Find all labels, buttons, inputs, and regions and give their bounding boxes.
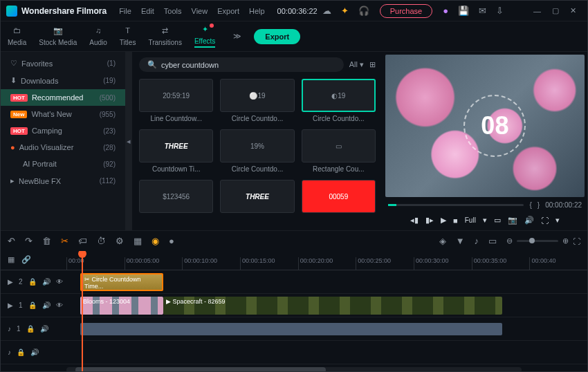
speed-icon[interactable]: ⏱	[97, 236, 106, 246]
lock-icon[interactable]: 🔒	[26, 325, 35, 333]
crop-icon[interactable]: ▦	[134, 236, 142, 246]
dot-icon: ●	[10, 143, 15, 151]
effect-card[interactable]: 19%Circle Countdo...	[220, 129, 294, 173]
display-icon[interactable]: ▭	[494, 216, 501, 225]
close-button[interactable]: ✕	[570, 6, 576, 15]
sidebar-item-newblue-fx[interactable]: ▸NewBlue FX(112)	[1, 172, 125, 189]
effect-card[interactable]: ⚪19Circle Countdo...	[220, 79, 294, 122]
grid-view-icon[interactable]: ⊞	[369, 60, 376, 69]
zoom-in-button[interactable]: ⊕	[562, 236, 569, 245]
more-icon[interactable]: ▾	[555, 216, 560, 225]
volume-icon[interactable]: 🔊	[524, 216, 534, 225]
effect-card[interactable]: ▭Rectangle Cou...	[302, 129, 376, 173]
settings-icon[interactable]: ⚙	[116, 236, 124, 246]
tick: 00:00:20:00	[298, 257, 356, 270]
menu-edit[interactable]: Edit	[141, 7, 154, 15]
eye-icon[interactable]: 👁	[56, 278, 63, 286]
preview-progress[interactable]	[388, 204, 524, 206]
download-icon[interactable]: ⇩	[496, 6, 504, 16]
tab-transitions[interactable]: ⇄Transitions	[148, 26, 182, 46]
color-icon[interactable]: ◉	[151, 236, 159, 246]
undo-button[interactable]: ↶	[8, 236, 15, 246]
lightbulb-icon[interactable]: ✦	[341, 6, 349, 16]
link-icon[interactable]: 🔗	[21, 255, 31, 264]
sidebar-item-downloads[interactable]: ⬇Downloads(19)	[1, 72, 125, 89]
snapshot-icon[interactable]: 📷	[508, 216, 517, 225]
zoom-slider[interactable]	[517, 240, 558, 242]
sidebar-item-ai-portrait[interactable]: AI Portrait(92)	[1, 156, 125, 172]
split-button[interactable]: ✂	[61, 236, 68, 246]
zoom-fit-button[interactable]: ⛶	[573, 237, 580, 245]
video-clip[interactable]: ▶ Spacecraft - 82659	[163, 297, 502, 315]
tab-stock-media[interactable]: 📷Stock Media	[39, 26, 77, 46]
cloud-icon[interactable]: ☁	[322, 6, 331, 16]
effect-card[interactable]: 00059	[302, 180, 376, 213]
eye-icon[interactable]: 👁	[56, 301, 63, 309]
effect-card[interactable]: $123456	[139, 180, 213, 213]
play-button[interactable]: ▶	[441, 216, 446, 225]
quality-dropdown[interactable]: Full	[465, 216, 476, 224]
minimize-button[interactable]: —	[533, 7, 541, 15]
effect-card[interactable]: ◐19Circle Countdo...	[302, 79, 376, 122]
menu-view[interactable]: View	[192, 7, 208, 15]
save-icon[interactable]: 💾	[458, 6, 469, 16]
collapse-sidebar-button[interactable]: ◂	[125, 52, 132, 230]
effect-card[interactable]: THREECountdown Ti...	[139, 129, 213, 173]
effect-clip[interactable]: ✂ Circle Countdown Time...	[80, 273, 163, 291]
sidebar-item-whats-new[interactable]: NewWhat's New(955)	[1, 106, 125, 122]
redo-button[interactable]: ↷	[25, 236, 33, 246]
mute-icon[interactable]: 🔊	[42, 301, 50, 309]
effect-card[interactable]: 20:59:19Line Countdow...	[139, 79, 213, 122]
mute-icon[interactable]: 🔊	[42, 278, 50, 286]
preview-viewport[interactable]: 08	[385, 55, 585, 197]
video-clip[interactable]: Blooms - 123004	[80, 297, 163, 315]
lock-icon[interactable]: 🔒	[17, 348, 25, 356]
mixer-icon[interactable]: ◈	[439, 236, 446, 246]
record-icon[interactable]: ●	[169, 236, 174, 246]
marker-tool-icon[interactable]: ▼	[456, 236, 465, 246]
sidebar-item-favorites[interactable]: ♡Favorites(1)	[1, 55, 125, 72]
zoom-out-button[interactable]: ⊖	[506, 236, 513, 245]
headphones-icon[interactable]: 🎧	[358, 6, 369, 16]
timeline-scrollbar[interactable]	[66, 367, 522, 372]
mail-icon[interactable]: ✉	[479, 6, 486, 16]
tab-media[interactable]: 🗀Media	[8, 26, 26, 46]
more-tabs-button[interactable]: ≫	[233, 32, 241, 41]
sidebar-item-audio-visualizer[interactable]: ●Audio Visualizer(28)	[1, 139, 125, 156]
effect-card[interactable]: THREE	[220, 180, 294, 213]
tab-titles[interactable]: TTitles	[120, 26, 136, 46]
sidebar-item-camping[interactable]: HOTCamping(23)	[1, 122, 125, 139]
audio-mixer-icon[interactable]: ♪	[475, 236, 479, 246]
menu-help[interactable]: Help	[249, 7, 265, 15]
timeline-ruler[interactable]: ▦ 🔗 00:00 00:00:05:00 00:00:10:00 00:00:…	[1, 251, 587, 270]
render-icon[interactable]: ▭	[488, 236, 497, 246]
sidebar-item-recommended[interactable]: HOTRecommended(500)	[1, 89, 125, 106]
prev-frame-button[interactable]: ◂▮	[410, 216, 419, 225]
tab-audio[interactable]: ♫Audio	[89, 26, 107, 46]
filter-dropdown[interactable]: All ▾	[349, 60, 364, 69]
stop-button[interactable]: ■	[453, 216, 458, 225]
mute-icon[interactable]: 🔊	[30, 348, 39, 356]
fullscreen-icon[interactable]: ⛶	[541, 216, 549, 225]
track-add-icon[interactable]: ▦	[8, 255, 15, 264]
delete-button[interactable]: 🗑	[42, 236, 51, 246]
search-input[interactable]	[161, 61, 336, 69]
lock-icon[interactable]: 🔒	[28, 301, 37, 309]
maximize-button[interactable]: ▢	[552, 6, 559, 15]
step-back-button[interactable]: ▮▸	[425, 216, 434, 225]
profile-icon[interactable]: ●	[443, 6, 448, 16]
export-button[interactable]: Export	[254, 29, 300, 44]
menu-export[interactable]: Export	[217, 7, 239, 15]
purchase-button[interactable]: Purchase	[380, 4, 432, 18]
playhead[interactable]	[82, 251, 83, 372]
search-icon: 🔍	[147, 60, 157, 69]
tab-effects[interactable]: ✦Effects	[194, 25, 215, 48]
mute-icon[interactable]: 🔊	[40, 325, 48, 333]
audio-clip[interactable]	[80, 323, 502, 335]
menu-file[interactable]: File	[119, 7, 131, 15]
bracket-left-icon[interactable]: {	[529, 201, 531, 209]
bracket-right-icon[interactable]: }	[538, 201, 540, 209]
lock-icon[interactable]: 🔒	[28, 278, 37, 286]
menu-tools[interactable]: Tools	[164, 7, 182, 15]
tag-icon[interactable]: 🏷	[78, 236, 87, 246]
